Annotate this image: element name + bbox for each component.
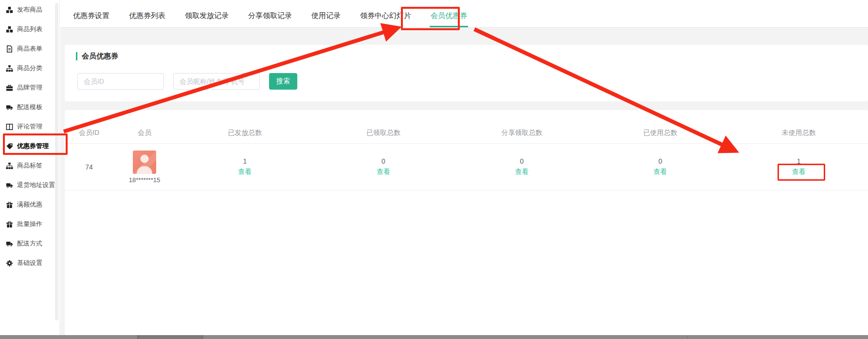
truck-icon: [6, 104, 13, 111]
col-header-member-id: 会员ID: [65, 129, 113, 143]
gear-icon: [6, 260, 13, 267]
sidebar-item-brand-management[interactable]: 品牌管理: [0, 78, 59, 97]
view-unused-link[interactable]: 查看: [792, 168, 806, 176]
sidebar-item-product-list[interactable]: 商品列表: [0, 19, 59, 39]
sidebar-item-label: 配送模板: [17, 103, 42, 112]
col-header-received-total: 已领取总数: [314, 129, 453, 143]
col-header-issued-total: 已发放总数: [176, 129, 314, 143]
sidebar-item-product-form[interactable]: 商品表单: [0, 39, 59, 58]
view-share-received-link[interactable]: 查看: [515, 168, 528, 176]
section-title: 会员优惠券: [76, 52, 868, 61]
sidebar-item-basic-settings[interactable]: 基础设置: [0, 253, 59, 273]
tab-coupon-settings[interactable]: 优惠券设置: [72, 11, 110, 27]
cell-used-total: 0 查看: [591, 157, 730, 176]
col-header-member: 会员: [113, 129, 176, 143]
share-received-total-value: 0: [520, 157, 524, 165]
used-total-value: 0: [658, 157, 662, 165]
bottom-bar-segment: [137, 335, 202, 339]
briefcase-icon: [6, 84, 13, 92]
view-received-link[interactable]: 查看: [377, 168, 390, 176]
sidebar-item-batch-operations[interactable]: 批量操作: [0, 214, 59, 234]
tab-member-coupons[interactable]: 会员优惠券: [430, 11, 468, 27]
sidebar-item-product-category[interactable]: 商品分类: [0, 58, 59, 78]
member-avatar: [133, 151, 156, 174]
sidebar-item-delivery-template[interactable]: 配送模板: [0, 97, 59, 117]
tab-share-receive-records[interactable]: 分享领取记录: [247, 11, 293, 27]
cell-member: 18*******15: [113, 151, 176, 184]
cell-issued-total: 1 查看: [176, 157, 314, 176]
tab-coupon-list[interactable]: 优惠券列表: [128, 11, 166, 27]
gift-icon: [6, 201, 13, 208]
bottom-bar-divider: [137, 335, 138, 339]
coupon-tabbar: 优惠券设置 优惠券列表 领取发放记录 分享领取记录 使用记录 领券中心幻灯片 会…: [60, 0, 868, 28]
cell-unused-total: 1 查看: [729, 157, 868, 176]
gift-icon: [6, 221, 13, 228]
sidebar-item-label: 发布商品: [17, 5, 42, 14]
columns-icon: [6, 123, 13, 131]
member-id-input[interactable]: [77, 73, 164, 90]
received-total-value: 0: [381, 157, 385, 165]
bottom-bar-divider: [202, 335, 203, 339]
sidebar-item-label: 配送方式: [17, 239, 42, 248]
cell-received-total: 0 查看: [314, 157, 453, 176]
sidebar-item-publish-product[interactable]: 发布商品: [0, 0, 59, 19]
title-accent-bar: [76, 52, 77, 60]
tab-coupon-center-slides[interactable]: 领券中心幻灯片: [359, 11, 412, 27]
sidebar-item-label: 批量操作: [17, 220, 42, 228]
sidebar-item-label: 商品表单: [17, 44, 42, 53]
sidebar-item-label: 满额优惠: [17, 200, 42, 209]
tag-icon: [6, 143, 13, 150]
truck-icon: [6, 240, 13, 247]
tab-receive-issue-records[interactable]: 领取发放记录: [184, 11, 230, 27]
cell-share-received-total: 0 查看: [452, 157, 591, 176]
sidebar-item-label: 基础设置: [17, 259, 42, 267]
table-header-row: 会员ID 会员 已发放总数 已领取总数 分享领取总数 已使用总数 未使用总数: [65, 110, 868, 144]
sidebar-item-comment-management[interactable]: 评论管理: [0, 117, 59, 136]
document-icon: [6, 45, 13, 53]
sidebar-item-label: 商品标签: [17, 161, 42, 170]
search-row: 搜索: [76, 73, 868, 90]
table-row: 74 18*******15 1 查看 0 查看 0 查看: [65, 144, 868, 190]
sidebar-item-label: 评论管理: [17, 122, 42, 131]
sidebar-item-label: 优惠券管理: [17, 142, 49, 151]
search-button[interactable]: 搜索: [269, 73, 297, 90]
tab-usage-records[interactable]: 使用记录: [310, 11, 342, 27]
sidebar-item-delivery-method[interactable]: 配送方式: [0, 234, 59, 253]
member-coupon-panel: 会员优惠券 搜索: [65, 45, 868, 101]
sidebar-item-product-tags[interactable]: 商品标签: [0, 156, 59, 175]
sitemap-icon: [6, 65, 13, 72]
sidebar-scrollbar[interactable]: [55, 3, 58, 320]
sidebar-item-label: 品牌管理: [17, 83, 42, 92]
bottom-window-bar: [0, 335, 868, 339]
sidebar-item-label: 商品列表: [17, 25, 42, 34]
sidebar-item-full-amount-discount[interactable]: 满额优惠: [0, 195, 59, 214]
cell-member-id: 74: [65, 163, 113, 171]
content-area: 会员优惠券 搜索 会员ID 会员 已发放总数 已领取总数 分享领取总数 已使用总…: [60, 28, 868, 335]
bottom-bar-divider: [687, 335, 688, 339]
sitemap-icon: [6, 162, 13, 170]
col-header-share-received-total: 分享领取总数: [452, 129, 591, 143]
view-issued-link[interactable]: 查看: [238, 168, 252, 176]
sidebar-item-label: 商品分类: [17, 64, 42, 73]
sidebar-item-return-address-settings[interactable]: 退货地址设置: [0, 175, 59, 195]
sidebar-item-label: 退货地址设置: [17, 181, 55, 189]
cubes-icon: [6, 6, 13, 14]
main-area: 优惠券设置 优惠券列表 领取发放记录 分享领取记录 使用记录 领券中心幻灯片 会…: [60, 0, 868, 335]
cubes-icon: [6, 26, 13, 33]
col-header-unused-total: 未使用总数: [729, 129, 868, 143]
truck-icon: [6, 182, 13, 189]
member-phone: 18*******15: [129, 176, 160, 184]
view-used-link[interactable]: 查看: [653, 168, 667, 176]
panel-title-text: 会员优惠券: [82, 52, 118, 61]
member-coupon-table: 会员ID 会员 已发放总数 已领取总数 分享领取总数 已使用总数 未使用总数 7…: [65, 110, 868, 335]
unused-total-value: 1: [797, 157, 801, 165]
sidebar-item-coupon-management[interactable]: 优惠券管理: [0, 136, 59, 156]
issued-total-value: 1: [243, 157, 247, 165]
col-header-used-total: 已使用总数: [591, 129, 730, 143]
member-info-input[interactable]: [173, 73, 260, 90]
sidebar: 发布商品 商品列表 商品表单 商品分类 品牌管理 配送模板 评论管理 优惠券管: [0, 0, 60, 335]
